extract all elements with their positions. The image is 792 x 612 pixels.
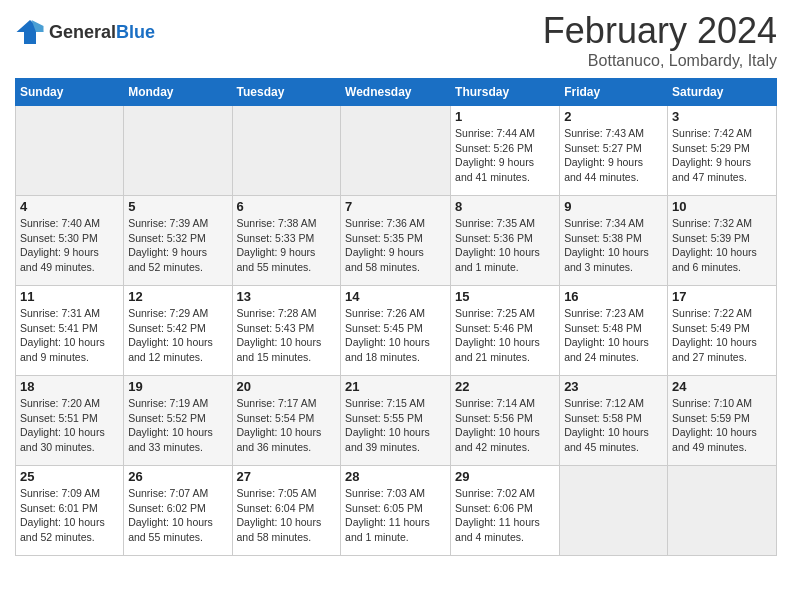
day-info: Sunrise: 7:10 AMSunset: 5:59 PMDaylight:… bbox=[672, 396, 772, 455]
weekday-header: Thursday bbox=[451, 79, 560, 106]
day-number: 4 bbox=[20, 199, 119, 214]
day-info: Sunrise: 7:22 AMSunset: 5:49 PMDaylight:… bbox=[672, 306, 772, 365]
calendar-cell: 14Sunrise: 7:26 AMSunset: 5:45 PMDayligh… bbox=[341, 286, 451, 376]
calendar-cell: 2Sunrise: 7:43 AMSunset: 5:27 PMDaylight… bbox=[560, 106, 668, 196]
calendar-cell: 11Sunrise: 7:31 AMSunset: 5:41 PMDayligh… bbox=[16, 286, 124, 376]
day-info: Sunrise: 7:07 AMSunset: 6:02 PMDaylight:… bbox=[128, 486, 227, 545]
month-title: February 2024 bbox=[543, 10, 777, 52]
header: GeneralBlue February 2024 Bottanuco, Lom… bbox=[15, 10, 777, 70]
day-number: 6 bbox=[237, 199, 337, 214]
calendar-cell: 25Sunrise: 7:09 AMSunset: 6:01 PMDayligh… bbox=[16, 466, 124, 556]
day-info: Sunrise: 7:28 AMSunset: 5:43 PMDaylight:… bbox=[237, 306, 337, 365]
weekday-header: Wednesday bbox=[341, 79, 451, 106]
calendar-cell: 15Sunrise: 7:25 AMSunset: 5:46 PMDayligh… bbox=[451, 286, 560, 376]
calendar-cell: 21Sunrise: 7:15 AMSunset: 5:55 PMDayligh… bbox=[341, 376, 451, 466]
calendar-cell: 22Sunrise: 7:14 AMSunset: 5:56 PMDayligh… bbox=[451, 376, 560, 466]
day-info: Sunrise: 7:42 AMSunset: 5:29 PMDaylight:… bbox=[672, 126, 772, 185]
day-number: 18 bbox=[20, 379, 119, 394]
logo-text: GeneralBlue bbox=[49, 22, 155, 43]
day-info: Sunrise: 7:25 AMSunset: 5:46 PMDaylight:… bbox=[455, 306, 555, 365]
calendar-cell: 13Sunrise: 7:28 AMSunset: 5:43 PMDayligh… bbox=[232, 286, 341, 376]
day-info: Sunrise: 7:03 AMSunset: 6:05 PMDaylight:… bbox=[345, 486, 446, 545]
day-number: 14 bbox=[345, 289, 446, 304]
calendar-cell: 8Sunrise: 7:35 AMSunset: 5:36 PMDaylight… bbox=[451, 196, 560, 286]
title-area: February 2024 Bottanuco, Lombardy, Italy bbox=[543, 10, 777, 70]
calendar-cell bbox=[341, 106, 451, 196]
day-info: Sunrise: 7:29 AMSunset: 5:42 PMDaylight:… bbox=[128, 306, 227, 365]
day-info: Sunrise: 7:34 AMSunset: 5:38 PMDaylight:… bbox=[564, 216, 663, 275]
calendar-cell bbox=[16, 106, 124, 196]
calendar-cell: 6Sunrise: 7:38 AMSunset: 5:33 PMDaylight… bbox=[232, 196, 341, 286]
calendar-cell: 19Sunrise: 7:19 AMSunset: 5:52 PMDayligh… bbox=[124, 376, 232, 466]
day-info: Sunrise: 7:15 AMSunset: 5:55 PMDaylight:… bbox=[345, 396, 446, 455]
day-info: Sunrise: 7:19 AMSunset: 5:52 PMDaylight:… bbox=[128, 396, 227, 455]
calendar-cell: 12Sunrise: 7:29 AMSunset: 5:42 PMDayligh… bbox=[124, 286, 232, 376]
day-info: Sunrise: 7:23 AMSunset: 5:48 PMDaylight:… bbox=[564, 306, 663, 365]
day-info: Sunrise: 7:14 AMSunset: 5:56 PMDaylight:… bbox=[455, 396, 555, 455]
day-number: 19 bbox=[128, 379, 227, 394]
weekday-header-row: SundayMondayTuesdayWednesdayThursdayFrid… bbox=[16, 79, 777, 106]
calendar-cell: 10Sunrise: 7:32 AMSunset: 5:39 PMDayligh… bbox=[668, 196, 777, 286]
day-number: 2 bbox=[564, 109, 663, 124]
weekday-header: Sunday bbox=[16, 79, 124, 106]
calendar-cell: 16Sunrise: 7:23 AMSunset: 5:48 PMDayligh… bbox=[560, 286, 668, 376]
calendar-week-row: 25Sunrise: 7:09 AMSunset: 6:01 PMDayligh… bbox=[16, 466, 777, 556]
calendar-cell: 5Sunrise: 7:39 AMSunset: 5:32 PMDaylight… bbox=[124, 196, 232, 286]
weekday-header: Friday bbox=[560, 79, 668, 106]
day-number: 10 bbox=[672, 199, 772, 214]
day-info: Sunrise: 7:32 AMSunset: 5:39 PMDaylight:… bbox=[672, 216, 772, 275]
day-info: Sunrise: 7:39 AMSunset: 5:32 PMDaylight:… bbox=[128, 216, 227, 275]
calendar-cell: 4Sunrise: 7:40 AMSunset: 5:30 PMDaylight… bbox=[16, 196, 124, 286]
day-number: 25 bbox=[20, 469, 119, 484]
calendar-cell: 7Sunrise: 7:36 AMSunset: 5:35 PMDaylight… bbox=[341, 196, 451, 286]
day-number: 26 bbox=[128, 469, 227, 484]
day-info: Sunrise: 7:44 AMSunset: 5:26 PMDaylight:… bbox=[455, 126, 555, 185]
location-title: Bottanuco, Lombardy, Italy bbox=[543, 52, 777, 70]
day-number: 28 bbox=[345, 469, 446, 484]
calendar-cell bbox=[668, 466, 777, 556]
calendar-cell: 9Sunrise: 7:34 AMSunset: 5:38 PMDaylight… bbox=[560, 196, 668, 286]
calendar-week-row: 18Sunrise: 7:20 AMSunset: 5:51 PMDayligh… bbox=[16, 376, 777, 466]
day-number: 27 bbox=[237, 469, 337, 484]
day-number: 3 bbox=[672, 109, 772, 124]
calendar-cell: 29Sunrise: 7:02 AMSunset: 6:06 PMDayligh… bbox=[451, 466, 560, 556]
calendar-cell: 17Sunrise: 7:22 AMSunset: 5:49 PMDayligh… bbox=[668, 286, 777, 376]
day-info: Sunrise: 7:09 AMSunset: 6:01 PMDaylight:… bbox=[20, 486, 119, 545]
day-info: Sunrise: 7:12 AMSunset: 5:58 PMDaylight:… bbox=[564, 396, 663, 455]
day-number: 1 bbox=[455, 109, 555, 124]
calendar-cell: 28Sunrise: 7:03 AMSunset: 6:05 PMDayligh… bbox=[341, 466, 451, 556]
logo-icon bbox=[15, 18, 45, 46]
day-info: Sunrise: 7:31 AMSunset: 5:41 PMDaylight:… bbox=[20, 306, 119, 365]
day-number: 15 bbox=[455, 289, 555, 304]
calendar-cell: 26Sunrise: 7:07 AMSunset: 6:02 PMDayligh… bbox=[124, 466, 232, 556]
calendar-cell: 18Sunrise: 7:20 AMSunset: 5:51 PMDayligh… bbox=[16, 376, 124, 466]
day-info: Sunrise: 7:43 AMSunset: 5:27 PMDaylight:… bbox=[564, 126, 663, 185]
day-info: Sunrise: 7:20 AMSunset: 5:51 PMDaylight:… bbox=[20, 396, 119, 455]
day-number: 24 bbox=[672, 379, 772, 394]
calendar-cell bbox=[124, 106, 232, 196]
day-info: Sunrise: 7:02 AMSunset: 6:06 PMDaylight:… bbox=[455, 486, 555, 545]
day-number: 9 bbox=[564, 199, 663, 214]
calendar-cell: 24Sunrise: 7:10 AMSunset: 5:59 PMDayligh… bbox=[668, 376, 777, 466]
day-number: 12 bbox=[128, 289, 227, 304]
day-info: Sunrise: 7:38 AMSunset: 5:33 PMDaylight:… bbox=[237, 216, 337, 275]
logo: GeneralBlue bbox=[15, 18, 155, 46]
day-info: Sunrise: 7:35 AMSunset: 5:36 PMDaylight:… bbox=[455, 216, 555, 275]
calendar-cell: 27Sunrise: 7:05 AMSunset: 6:04 PMDayligh… bbox=[232, 466, 341, 556]
day-number: 5 bbox=[128, 199, 227, 214]
calendar-week-row: 4Sunrise: 7:40 AMSunset: 5:30 PMDaylight… bbox=[16, 196, 777, 286]
day-number: 22 bbox=[455, 379, 555, 394]
weekday-header: Saturday bbox=[668, 79, 777, 106]
calendar-cell bbox=[560, 466, 668, 556]
calendar-cell: 3Sunrise: 7:42 AMSunset: 5:29 PMDaylight… bbox=[668, 106, 777, 196]
day-number: 21 bbox=[345, 379, 446, 394]
day-info: Sunrise: 7:05 AMSunset: 6:04 PMDaylight:… bbox=[237, 486, 337, 545]
day-info: Sunrise: 7:17 AMSunset: 5:54 PMDaylight:… bbox=[237, 396, 337, 455]
calendar-cell: 1Sunrise: 7:44 AMSunset: 5:26 PMDaylight… bbox=[451, 106, 560, 196]
calendar-week-row: 1Sunrise: 7:44 AMSunset: 5:26 PMDaylight… bbox=[16, 106, 777, 196]
calendar-week-row: 11Sunrise: 7:31 AMSunset: 5:41 PMDayligh… bbox=[16, 286, 777, 376]
day-number: 16 bbox=[564, 289, 663, 304]
day-info: Sunrise: 7:36 AMSunset: 5:35 PMDaylight:… bbox=[345, 216, 446, 275]
calendar-cell: 23Sunrise: 7:12 AMSunset: 5:58 PMDayligh… bbox=[560, 376, 668, 466]
calendar-cell: 20Sunrise: 7:17 AMSunset: 5:54 PMDayligh… bbox=[232, 376, 341, 466]
